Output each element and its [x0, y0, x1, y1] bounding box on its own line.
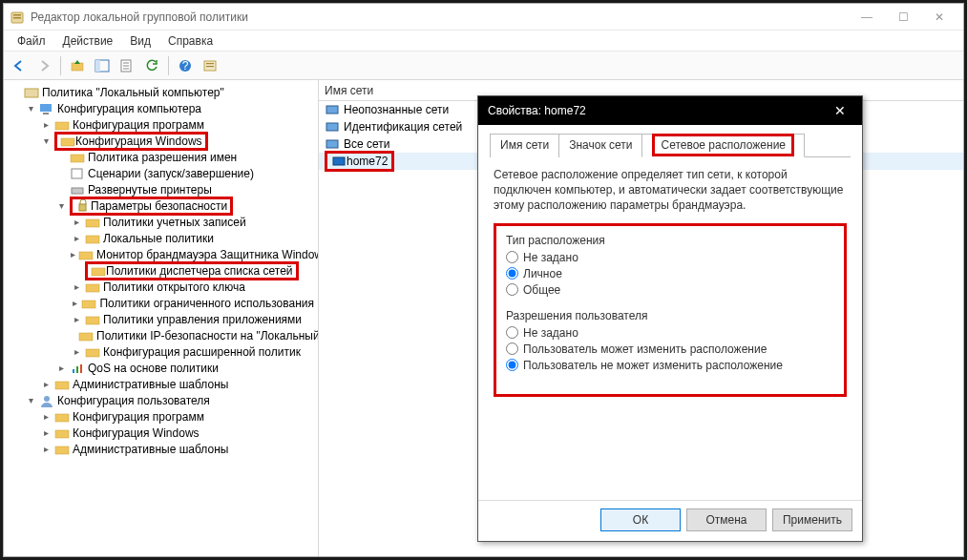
folder-icon	[91, 264, 106, 278]
label: Параметры безопасности	[91, 199, 227, 213]
tree-scripts[interactable]: ▸Сценарии (запуск/завершение)	[53, 165, 316, 181]
radio-perm-notset[interactable]: Не задано	[506, 326, 834, 340]
folder-icon	[54, 378, 70, 391]
tree-appctrl[interactable]: ▸Политики управления приложениями	[69, 311, 316, 327]
tree-winconf-u[interactable]: ▸Конфигурация Windows	[38, 425, 316, 441]
security-icon	[75, 199, 91, 213]
tree-advaudit[interactable]: ▸Конфигурация расширенной политик	[69, 343, 316, 360]
folder-icon	[85, 313, 100, 326]
tree-netlistmgr[interactable]: ▸Политики диспетчера списка сетей	[69, 262, 316, 279]
svg-rect-41	[333, 157, 345, 165]
radio-perm-cannotchange[interactable]: Пользователь не может изменить расположе…	[506, 359, 834, 372]
label: Политики диспетчера списка сетей	[106, 264, 293, 278]
label: Развернутые принтеры	[88, 183, 212, 197]
back-button[interactable]	[8, 54, 31, 77]
svg-rect-16	[61, 138, 74, 146]
svg-point-34	[44, 396, 50, 402]
label: Не задано	[523, 251, 578, 264]
tree-fwmon[interactable]: ▸Монитор брандмауэра Защитника Windows	[69, 246, 316, 262]
label: Политики управления приложениями	[103, 313, 302, 326]
dialog-titlebar[interactable]: Свойства: home72 ✕	[478, 96, 862, 125]
tree-winconf-c[interactable]: ▾Конфигурация Windows	[38, 133, 316, 149]
filter-button[interactable]	[199, 54, 221, 77]
window-title: Редактор локальной групповой политики	[31, 10, 849, 24]
tree-admintpl-u[interactable]: ▸Административные шаблоны	[38, 441, 316, 457]
printer-icon	[70, 183, 85, 197]
tab-name[interactable]: Имя сети	[490, 134, 559, 157]
computer-icon	[39, 102, 54, 115]
svg-rect-26	[82, 301, 95, 308]
svg-rect-3	[72, 63, 83, 71]
tree-root-label: Политика "Локальный компьютер"	[42, 86, 224, 99]
tree-restricted[interactable]: ▸Политики ограниченного использования	[69, 295, 316, 311]
tree-progconf-c[interactable]: ▸Конфигурация программ	[38, 116, 316, 133]
radio-input[interactable]	[506, 326, 518, 339]
tree-computer-config[interactable]: ▾Конфигурация компьютера	[23, 100, 316, 116]
menu-help[interactable]: Справка	[160, 32, 221, 50]
tree-progconf-u[interactable]: ▸Конфигурация программ	[38, 408, 316, 425]
menu-file[interactable]: Файл	[10, 32, 53, 50]
menu-action[interactable]: Действие	[55, 32, 121, 50]
help-button[interactable]: ?	[174, 54, 197, 77]
svg-rect-33	[55, 382, 69, 389]
ok-button[interactable]: ОК	[600, 508, 681, 531]
tree-localpol[interactable]: ▸Локальные политики	[69, 230, 316, 246]
cancel-button[interactable]: Отмена	[686, 508, 767, 531]
tab-icon[interactable]: Значок сети	[558, 134, 642, 157]
titlebar[interactable]: Редактор локальной групповой политики — …	[4, 4, 963, 31]
tree-qos[interactable]: ▸QoS на основе политики	[53, 360, 316, 376]
folder-icon	[60, 135, 75, 148]
svg-rect-36	[55, 430, 69, 438]
tab-page-location: Сетевое расположение определяет тип сети…	[490, 157, 851, 496]
export-list-button[interactable]	[116, 54, 138, 77]
folder-icon	[85, 216, 100, 229]
dialog-close-button[interactable]: ✕	[826, 103, 854, 118]
tree-deployed-printers[interactable]: ▸Развернутые принтеры	[53, 181, 316, 197]
tab-location[interactable]: Сетевое расположение	[641, 134, 805, 157]
tree-secparams[interactable]: ▾Параметры безопасности	[53, 197, 316, 214]
label: Политики IP-безопасности на "Локальный	[96, 329, 319, 342]
network-icon	[325, 119, 340, 135]
label: Политики учетных записей	[103, 216, 246, 229]
tree-user-config[interactable]: ▾Конфигурация пользователя	[23, 392, 316, 408]
up-button[interactable]	[66, 54, 89, 77]
apply-button[interactable]: Применить	[772, 508, 852, 531]
tree-pane[interactable]: ▸Политика "Локальный компьютер" ▾Конфигу…	[4, 80, 319, 556]
radio-input[interactable]	[506, 342, 518, 355]
menu-view[interactable]: Вид	[122, 32, 158, 50]
radio-input[interactable]	[506, 267, 518, 280]
tree-accpol[interactable]: ▸Политики учетных записей	[69, 214, 316, 230]
svg-rect-1	[13, 14, 21, 16]
tab-location-label: Сетевое расположение	[652, 134, 794, 156]
svg-rect-40	[326, 140, 338, 148]
dialog-title: Свойства: home72	[488, 104, 826, 117]
tree-openkey[interactable]: ▸Политики открытого ключа	[69, 279, 316, 295]
radio-input[interactable]	[506, 283, 518, 296]
minimize-button[interactable]: —	[849, 6, 885, 29]
tree-ipsec[interactable]: ▸Политики IP-безопасности на "Локальный	[69, 327, 316, 343]
svg-rect-11	[206, 66, 214, 67]
label: Идентификация сетей	[344, 120, 462, 134]
tree-root[interactable]: ▸Политика "Локальный компьютер"	[8, 84, 316, 100]
radio-input[interactable]	[506, 251, 518, 263]
svg-rect-23	[79, 252, 93, 259]
radio-loc-notset[interactable]: Не задано	[506, 251, 834, 264]
radio-perm-canchange[interactable]: Пользователь может изменить расположение	[506, 342, 834, 356]
label: Административные шаблоны	[73, 443, 228, 456]
radio-loc-private[interactable]: Личное	[506, 267, 834, 280]
tree-nameres[interactable]: ▸Политика разрешения имен	[53, 149, 316, 165]
svg-rect-27	[86, 317, 99, 324]
label: Личное	[523, 267, 562, 280]
maximize-button[interactable]: ☐	[885, 6, 921, 29]
label: Сценарии (запуск/завершение)	[88, 167, 254, 180]
refresh-button[interactable]	[140, 54, 163, 77]
tree-admintpl-c[interactable]: ▸Административные шаблоны	[38, 376, 316, 392]
show-hide-tree-button[interactable]	[91, 54, 114, 77]
folder-icon	[54, 410, 70, 424]
label: Пользователь может изменить расположение	[523, 342, 767, 356]
radio-loc-public[interactable]: Общее	[506, 283, 834, 297]
close-button[interactable]: ✕	[921, 6, 957, 29]
forward-button[interactable]	[32, 54, 55, 77]
radio-input[interactable]	[506, 359, 518, 371]
user-icon	[39, 394, 54, 407]
